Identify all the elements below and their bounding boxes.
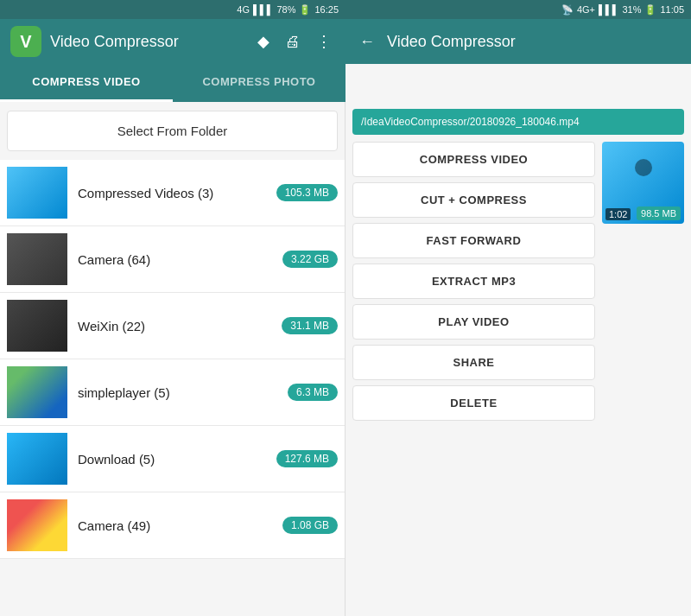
left-signal-icon: 4G	[237, 4, 250, 15]
preview-duration: 1:02	[605, 208, 631, 220]
left-panel: Select From Folder Compressed Videos (3)…	[0, 102, 346, 616]
list-item[interactable]: Camera (49) 1.08 GB	[0, 492, 345, 559]
fast-forward-button[interactable]: FAST FORWARD	[352, 223, 595, 258]
delete-button[interactable]: DELETE	[352, 385, 595, 421]
cut-compress-button[interactable]: CUT + COMPRESS	[352, 182, 595, 218]
folder-info: Download (5)	[78, 452, 276, 467]
list-item[interactable]: WeiXin (22) 31.1 MB	[0, 293, 345, 359]
folder-name: Download (5)	[78, 452, 276, 467]
folder-size-badge: 6.3 MB	[288, 384, 338, 401]
folder-info: Compressed Videos (3)	[78, 186, 276, 200]
share-button[interactable]: SHARE	[352, 345, 595, 380]
folder-size-badge: 3.22 GB	[282, 251, 338, 268]
right-battery: 31%	[622, 4, 641, 15]
right-app-title: Video Compressor	[387, 33, 681, 51]
right-status-bar: 📡 4G+ ▌▌▌ 31% 🔋 11:05	[346, 0, 691, 19]
preview-thumbnail: 98.5 MB 1:02	[602, 142, 684, 224]
left-time: 16:25	[314, 4, 339, 15]
right-time: 11:05	[660, 4, 684, 15]
folder-info: Camera (49)	[78, 518, 282, 533]
app-icon: V	[10, 26, 41, 57]
folder-thumbnail	[7, 366, 67, 418]
left-app-title: Video Compressor	[50, 33, 245, 51]
action-buttons-col: COMPRESS VIDEO CUT + COMPRESS FAST FORWA…	[352, 142, 595, 421]
list-item[interactable]: Compressed Videos (3) 105.3 MB	[0, 160, 345, 226]
list-item[interactable]: Download (5) 127.6 MB	[0, 426, 345, 492]
left-battery: 78%	[276, 4, 295, 15]
right-app-bar: ← Video Compressor	[346, 19, 691, 64]
folder-name: WeiXin (22)	[78, 319, 282, 333]
right-battery-icon: 🔋	[644, 4, 656, 16]
list-item[interactable]: simpleplayer (5) 6.3 MB	[0, 359, 345, 426]
right-extra-icon: 📡	[561, 4, 574, 16]
folder-name: Compressed Videos (3)	[78, 186, 276, 200]
folder-name: simpleplayer (5)	[78, 385, 288, 400]
folder-thumbnail	[7, 433, 67, 485]
action-row: COMPRESS VIDEO CUT + COMPRESS FAST FORWA…	[352, 142, 684, 421]
folder-size-badge: 127.6 MB	[276, 450, 338, 467]
video-preview: 98.5 MB 1:02	[602, 142, 684, 224]
play-video-button[interactable]: PLAY VIDEO	[352, 304, 595, 340]
select-from-folder-button[interactable]: Select From Folder	[7, 111, 338, 151]
folder-thumbnail	[7, 233, 67, 285]
folder-name: Camera (49)	[78, 518, 282, 533]
list-item[interactable]: Camera (64) 3.22 GB	[0, 226, 345, 293]
left-battery-icon: 🔋	[299, 4, 311, 16]
left-signal-bars: ▌▌▌	[253, 4, 273, 15]
tab-compress-video[interactable]: COMPRESS VIDEO	[0, 64, 173, 102]
printer-icon[interactable]: 🖨	[282, 29, 304, 54]
folder-info: WeiXin (22)	[78, 319, 282, 333]
folder-thumbnail	[7, 167, 67, 219]
folder-size-badge: 1.08 GB	[282, 517, 338, 534]
tab-compress-photo[interactable]: COMPRESS PHOTO	[173, 64, 346, 102]
left-app-bar: V Video Compressor ◆ 🖨 ⋮	[0, 19, 346, 64]
extract-mp3-button[interactable]: EXTRACT MP3	[352, 264, 595, 299]
preview-size-badge: 98.5 MB	[637, 206, 681, 220]
folder-info: Camera (64)	[78, 252, 282, 267]
file-path: /IdeaVideoCompressor/20180926_180046.mp4	[352, 109, 684, 135]
compress-video-button[interactable]: COMPRESS VIDEO	[352, 142, 595, 177]
folder-thumbnail	[7, 300, 67, 352]
back-icon[interactable]: ←	[356, 29, 378, 54]
folder-size-badge: 31.1 MB	[282, 317, 338, 334]
person-shape	[635, 159, 652, 176]
more-options-icon[interactable]: ⋮	[313, 29, 335, 54]
tab-bar: COMPRESS VIDEO COMPRESS PHOTO	[0, 64, 346, 102]
right-panel: /IdeaVideoCompressor/20180926_180046.mp4…	[346, 102, 691, 616]
diamond-icon[interactable]: ◆	[254, 29, 273, 54]
right-signal: 4G+	[577, 4, 595, 15]
folder-name: Camera (64)	[78, 252, 282, 267]
right-signal-bars: ▌▌▌	[599, 4, 618, 15]
folder-info: simpleplayer (5)	[78, 385, 288, 400]
folder-thumbnail	[7, 499, 67, 551]
left-status-bar: 4G ▌▌▌ 78% 🔋 16:25	[0, 0, 346, 19]
folder-size-badge: 105.3 MB	[276, 184, 338, 201]
